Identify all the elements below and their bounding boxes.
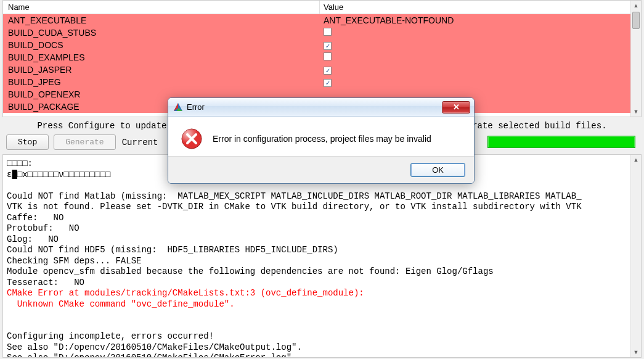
variable-value[interactable]: ✓ xyxy=(320,40,630,51)
dialog-close-button[interactable]: ✕ xyxy=(442,101,470,113)
cache-table-header: Name Value xyxy=(3,1,630,14)
dialog-footer: OK xyxy=(168,156,474,183)
scroll-up-arrow-icon[interactable]: ▲ xyxy=(631,155,641,165)
checkbox[interactable]: ✓ xyxy=(324,79,332,87)
current-generator-label: Current xyxy=(122,138,158,147)
variable-name: BUILD_JASPER xyxy=(3,65,320,75)
close-icon: ✕ xyxy=(453,102,460,112)
checkbox[interactable] xyxy=(324,52,332,60)
stop-button[interactable]: Stop xyxy=(6,134,49,150)
variable-name: BUILD_EXAMPLES xyxy=(3,52,320,62)
column-header-name[interactable]: Name xyxy=(3,1,320,14)
dialog-message: Error in configuration process, project … xyxy=(213,134,431,144)
error-icon xyxy=(181,128,203,150)
table-row[interactable]: BUILD_EXAMPLES xyxy=(3,51,630,64)
variable-value[interactable] xyxy=(320,52,630,62)
checkbox[interactable]: ✓ xyxy=(324,42,332,50)
table-row[interactable]: BUILD_JASPER✓ xyxy=(3,64,630,76)
log-output[interactable]: □□□□: ε█□x□□□□□□ν□□□□□□□□□ Could NOT fin… xyxy=(3,155,630,357)
scroll-down-arrow-icon[interactable]: ▼ xyxy=(631,107,641,117)
generate-button: Generate xyxy=(54,134,115,150)
dialog-body: Error in configuration process, project … xyxy=(168,117,474,156)
variable-value[interactable]: ANT_EXECUTABLE-NOTFOUND xyxy=(320,15,630,25)
variable-value[interactable] xyxy=(320,28,630,38)
table-row[interactable]: BUILD_JPEG✓ xyxy=(3,76,630,88)
variable-name: BUILD_DOCS xyxy=(3,40,320,50)
dialog-title: Error xyxy=(187,102,442,112)
scroll-up-arrow-icon[interactable]: ▲ xyxy=(631,1,641,10)
variable-name: BUILD_CUDA_STUBS xyxy=(3,28,320,38)
log-panel: □□□□: ε█□x□□□□□□ν□□□□□□□□□ Could NOT fin… xyxy=(2,154,642,358)
variable-name: BUILD_JPEG xyxy=(3,77,320,87)
cmake-icon xyxy=(173,102,183,112)
log-scrollbar[interactable]: ▲ ▼ xyxy=(630,155,641,357)
checkbox[interactable]: ✓ xyxy=(324,67,332,75)
variable-value[interactable]: ✓ xyxy=(320,65,630,75)
table-scrollbar[interactable]: ▲ ▼ xyxy=(630,1,641,117)
checkbox[interactable] xyxy=(324,28,332,36)
scroll-thumb[interactable] xyxy=(632,12,640,29)
column-header-value[interactable]: Value xyxy=(320,1,630,14)
table-row[interactable]: BUILD_DOCS✓ xyxy=(3,39,630,51)
dialog-titlebar[interactable]: Error ✕ xyxy=(168,98,474,117)
scroll-down-arrow-icon[interactable]: ▼ xyxy=(631,347,641,357)
progress-bar xyxy=(487,136,635,148)
variable-value[interactable]: ✓ xyxy=(320,77,630,88)
variable-name: ANT_EXECUTABLE xyxy=(3,15,320,25)
dialog-ok-button[interactable]: OK xyxy=(410,163,465,177)
button-row: Stop Generate Current xyxy=(6,134,158,150)
table-row[interactable]: ANT_EXECUTABLEANT_EXECUTABLE-NOTFOUND xyxy=(3,14,630,27)
table-row[interactable]: BUILD_CUDA_STUBS xyxy=(3,27,630,39)
error-dialog: Error ✕ Error in configuration process, … xyxy=(168,97,475,184)
